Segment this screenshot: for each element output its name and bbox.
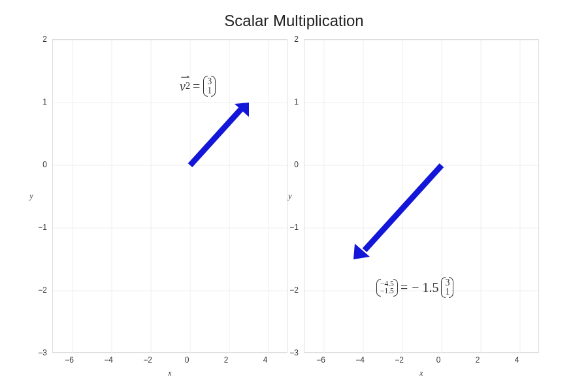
svg-text:−2: −2	[289, 285, 299, 295]
subplot-right	[304, 39, 539, 353]
svg-text:1: 1	[42, 97, 47, 106]
vector-v2	[190, 103, 249, 165]
svg-text:0: 0	[294, 160, 299, 169]
svg-text:0: 0	[436, 355, 441, 365]
subplot-left-svg	[53, 40, 288, 353]
figure-container: Scalar Multiplication	[0, 0, 588, 390]
svg-text:4: 4	[515, 355, 519, 365]
annotation-right: −4.5 −1.5 = − 1.5 3 1	[376, 278, 454, 297]
svg-text:−4: −4	[104, 355, 113, 365]
ylabel-left: y	[29, 191, 33, 201]
subplot-right-svg	[304, 40, 540, 353]
vector-scaled	[353, 165, 442, 259]
figure-title: Scalar Multiplication	[0, 12, 588, 30]
svg-text:2: 2	[224, 355, 229, 365]
svg-text:2: 2	[476, 355, 480, 365]
grid-left	[53, 40, 288, 353]
ann-left-sub: 2	[186, 81, 190, 91]
svg-text:−1: −1	[38, 223, 47, 232]
svg-text:−4: −4	[355, 355, 365, 365]
xlabel-left: x	[167, 368, 172, 378]
annotation-left: ⇀v 2 = 3 1	[180, 77, 216, 95]
yticks-right: 2 1 0 −1 −2 −3	[289, 35, 299, 357]
svg-text:0: 0	[185, 355, 189, 365]
svg-line-26	[365, 165, 442, 250]
yticks-left: 2 1 0 −1 −2 −3	[38, 35, 47, 357]
grid-right	[304, 40, 540, 353]
svg-text:−2: −2	[38, 285, 47, 295]
ylabel-right: y	[287, 191, 292, 201]
svg-text:2: 2	[42, 35, 47, 44]
svg-text:−1: −1	[289, 223, 299, 232]
svg-text:−3: −3	[289, 348, 299, 357]
svg-text:−6: −6	[65, 355, 74, 365]
svg-text:−2: −2	[395, 355, 404, 365]
svg-text:−3: −3	[38, 348, 47, 357]
subplot-left	[52, 39, 287, 353]
svg-text:2: 2	[294, 35, 299, 44]
svg-line-12	[190, 109, 241, 165]
xlabel-right: x	[419, 368, 423, 378]
svg-text:−2: −2	[143, 355, 152, 365]
svg-text:−6: −6	[316, 355, 325, 365]
xticks-left: −6 −4 −2 0 2 4	[65, 355, 268, 365]
svg-text:4: 4	[263, 355, 268, 365]
svg-text:1: 1	[294, 97, 299, 106]
xticks-right: −6 −4 −2 0 2 4	[316, 355, 519, 365]
svg-text:0: 0	[42, 160, 47, 169]
